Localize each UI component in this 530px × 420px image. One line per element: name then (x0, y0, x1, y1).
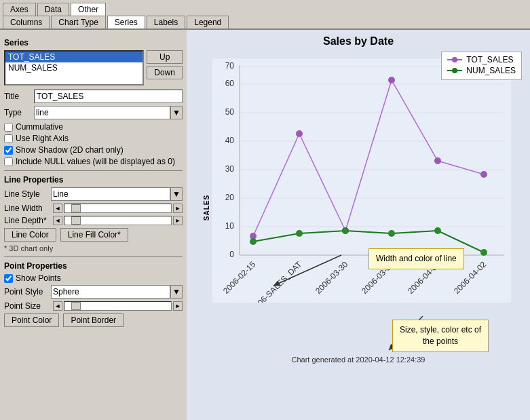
svg-point-29 (296, 230, 303, 237)
svg-point-3 (452, 68, 457, 73)
line-depth-track[interactable] (64, 216, 172, 225)
show-points-checkbox[interactable] (4, 274, 13, 283)
null-values-label: Include NULL values (will be displayed a… (16, 157, 175, 166)
line-width-track[interactable] (64, 204, 172, 213)
y-axis-label: SALES (203, 195, 210, 221)
point-style-select-wrap: Sphere Circle Square ▼ (51, 285, 183, 299)
line-style-row: Line Style Line Dashed Dotted ▼ (4, 187, 183, 201)
point-size-thumb[interactable] (71, 302, 81, 310)
up-button[interactable]: Up (147, 50, 183, 64)
down-button[interactable]: Down (147, 66, 183, 79)
show-points-row: Show Points (4, 273, 183, 283)
svg-point-1 (452, 57, 457, 62)
show-shadow-label: Show Shadow (2D chart only) (16, 145, 124, 155)
show-shadow-row: Show Shadow (2D chart only) (4, 145, 183, 155)
tab-other[interactable]: Other (71, 3, 106, 16)
chart-title: Sales by Date (192, 35, 525, 47)
point-size-right-arrow[interactable]: ► (173, 301, 183, 311)
line-depth-label: Line Depth* (4, 216, 52, 225)
cumulative-row: Cummulative (4, 122, 183, 132)
line-depth-right-arrow[interactable]: ► (173, 216, 183, 225)
cumulative-label: Cummulative (16, 122, 63, 132)
svg-point-25 (388, 77, 395, 83)
svg-point-31 (388, 230, 395, 237)
line-tooltip-text: Width and color of line (376, 254, 457, 263)
line-width-thumb[interactable] (71, 204, 81, 212)
series-section-title: Series (4, 38, 183, 47)
line-depth-thumb[interactable] (71, 216, 81, 225)
point-size-track[interactable] (64, 301, 172, 311)
line-color-row: Line Color Line Fill Color* (4, 228, 183, 242)
chart-legend: TOT_SALES NUM_SALES (441, 52, 522, 80)
tab-data[interactable]: Data (37, 3, 69, 16)
tab-axes[interactable]: Axes (3, 3, 36, 16)
line-style-label: Line Style (4, 189, 48, 199)
point-style-label: Point Style (4, 287, 48, 297)
point-color-button[interactable]: Point Color (4, 313, 59, 327)
point-properties-title: Point Properties (4, 261, 183, 271)
svg-point-23 (296, 130, 303, 137)
point-size-label: Point Size (4, 301, 52, 311)
line-width-left-arrow[interactable]: ◄ (53, 204, 62, 213)
subtab-legend[interactable]: Legend (187, 16, 229, 28)
type-label: Type (4, 108, 31, 117)
series-list-wrapper: TOT_SALES NUM_SALES Up Down (4, 50, 183, 85)
point-size-row: Point Size ◄ ► (4, 301, 183, 311)
right-axis-row: Use Right Axis (4, 134, 183, 143)
line-width-right-arrow[interactable]: ► (173, 204, 183, 213)
title-input[interactable] (34, 90, 183, 103)
right-axis-checkbox[interactable] (4, 134, 13, 143)
subtab-columns[interactable]: Columns (3, 16, 50, 28)
line-width-label: Line Width (4, 204, 52, 213)
point-style-arrow[interactable]: ▼ (170, 285, 183, 299)
line-fill-color-button[interactable]: Line Fill Color* (60, 228, 128, 242)
legend-item-tot: TOT_SALES (447, 55, 516, 64)
legend-line-num-svg (447, 67, 462, 74)
svg-point-27 (480, 171, 487, 178)
svg-text:60: 60 (225, 79, 235, 88)
cumulative-checkbox[interactable] (4, 123, 13, 132)
line-depth-left-arrow[interactable]: ◄ (53, 216, 62, 225)
svg-text:2006-02-15: 2006-02-15 (221, 259, 258, 296)
legend-item-num: NUM_SALES (447, 66, 516, 75)
sub-tab-bar: Columns Chart Type Series Labels Legend (0, 16, 530, 30)
subtab-series[interactable]: Series (107, 16, 145, 28)
line-width-row: Line Width ◄ ► (4, 204, 183, 213)
legend-line-tot-svg (447, 56, 462, 63)
series-list[interactable]: TOT_SALES NUM_SALES (4, 50, 144, 85)
series-group: TOT_SALES NUM_SALES Up Down (4, 50, 183, 85)
chart-container: TOT_SALES NUM_SALES SALES (192, 52, 525, 364)
type-select-wrap: line bar area ▼ (34, 106, 183, 119)
null-values-checkbox[interactable] (4, 157, 13, 166)
series-item-tot[interactable]: TOT_SALES (5, 52, 143, 62)
chart-footer: Chart generated at 2020-04-12 12:24:39 (192, 356, 525, 364)
point-size-left-arrow[interactable]: ◄ (53, 301, 62, 311)
point-style-row: Point Style Sphere Circle Square ▼ (4, 285, 183, 299)
point-color-row: Point Color Point Border (4, 313, 183, 327)
line-tooltip-box: Width and color of line (368, 248, 464, 269)
point-tooltip-box: Size, style, color etc ofthe points (392, 320, 489, 352)
point-border-button[interactable]: Point Border (63, 313, 124, 327)
point-style-select[interactable]: Sphere Circle Square (51, 285, 170, 299)
line-style-select[interactable]: Line Dashed Dotted (51, 187, 170, 201)
content-area: Series TOT_SALES NUM_SALES Up Down Title (0, 30, 530, 420)
series-item-num[interactable]: NUM_SALES (5, 62, 143, 73)
svg-text:2006-03-30: 2006-03-30 (314, 259, 350, 296)
type-select-arrow[interactable]: ▼ (170, 106, 183, 119)
null-values-row: Include NULL values (will be displayed a… (4, 157, 183, 166)
line-style-arrow[interactable]: ▼ (170, 187, 183, 201)
line-properties-title: Line Properties (4, 175, 183, 185)
line-depth-row: Line Depth* ◄ ► (4, 216, 183, 225)
title-row: Title (4, 90, 183, 103)
chart-svg: 0 10 20 30 40 50 60 70 (212, 58, 511, 303)
subtab-labels[interactable]: Labels (147, 16, 185, 28)
svg-point-26 (434, 157, 441, 164)
svg-point-33 (480, 249, 487, 256)
line-color-button[interactable]: Line Color (4, 228, 56, 242)
show-shadow-checkbox[interactable] (4, 146, 13, 155)
right-axis-label: Use Right Axis (16, 134, 69, 143)
show-points-label: Show Points (16, 273, 61, 283)
type-select[interactable]: line bar area (34, 106, 170, 119)
legend-label-num: NUM_SALES (466, 66, 516, 75)
subtab-charttype[interactable]: Chart Type (51, 16, 105, 28)
